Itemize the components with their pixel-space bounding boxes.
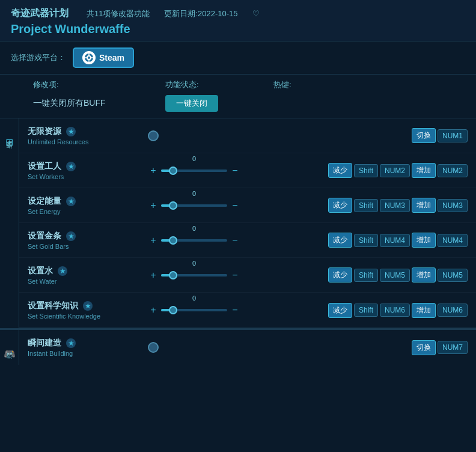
hk-inc-3[interactable]: 增加 (412, 233, 436, 248)
hk-dec-3[interactable]: 减少 (328, 233, 352, 248)
one-key-button[interactable]: 一键关闭 (165, 95, 218, 112)
hotkey-2: 减少 Shift NUM3 增加 NUM3 (328, 198, 468, 213)
entry-unlimited-resources: 无限资源 ★ Unlimited Resources 切换 NUM1 (19, 118, 476, 153)
entry-name-cn-3: 设置金条 (28, 231, 61, 242)
hk-dec-key-4[interactable]: NUM5 (380, 269, 410, 282)
star-icon-5: ★ (83, 301, 93, 311)
sidebar-section1: ⊞ 资源 (0, 118, 19, 328)
hk-key-0[interactable]: NUM1 (438, 129, 468, 142)
hk-inc-key-3[interactable]: NUM4 (438, 234, 468, 247)
slider-minus-1[interactable]: − (230, 165, 240, 176)
entry-name-en-3: Set Gold Bars (28, 243, 148, 250)
star-icon-3: ★ (66, 231, 76, 241)
star-icon-1: ★ (66, 162, 76, 171)
hk-dec-4[interactable]: 减少 (328, 267, 352, 282)
slider-minus-2[interactable]: − (230, 200, 240, 211)
slider-5[interactable]: 0 (161, 304, 227, 316)
hk-shift-3[interactable]: Shift (354, 234, 378, 247)
entry-name-cn-0: 无限资源 (28, 126, 61, 137)
hk-inc-key-5[interactable]: NUM6 (438, 304, 468, 317)
platform-row: 选择游戏平台： Steam (0, 41, 476, 75)
entry-control-3: + 0 − (148, 234, 325, 246)
one-key-row: 一键关闭所有BUFF 一键关闭 (0, 93, 476, 118)
main-content: ⊞ 资源 无限资源 ★ Unlimited Resources 切换 NUM1 (0, 118, 476, 328)
platform-label: 选择游戏平台： (11, 52, 66, 63)
entry-name-cn-5: 设置科学知识 (28, 301, 78, 311)
entry-set-water: 设置水 ★ Set Water + 0 − 减少 Shift (19, 258, 476, 293)
header: 奇迹武器计划 共11项修改器功能 更新日期:2022-10-15 ♡ Proje… (0, 0, 476, 41)
hk-toggle-0[interactable]: 切换 (412, 128, 436, 143)
toggle-circle-6[interactable] (148, 342, 159, 353)
update-date: 更新日期:2022-10-15 (164, 8, 237, 19)
entry-name-en-4: Set Water (28, 278, 148, 285)
hk-inc-2[interactable]: 增加 (412, 198, 436, 213)
hk-toggle-6[interactable]: 切换 (412, 340, 436, 355)
entry-set-energy: 设定能量 ★ Set Energy + 0 − 减少 Shift (19, 188, 476, 223)
hk-shift-4[interactable]: Shift (354, 269, 378, 282)
hotkey-6: 切换 NUM7 (412, 340, 468, 355)
hk-dec-5[interactable]: 减少 (328, 303, 352, 318)
entry-name-en-2: Set Energy (28, 208, 148, 215)
hk-shift-5[interactable]: Shift (354, 304, 378, 317)
entry-name-en-0: Unlimited Resources (28, 138, 148, 145)
th-status: 功能状态: (165, 79, 273, 90)
slider-plus-4[interactable]: + (148, 270, 159, 281)
mod-count: 共11项修改器功能 (87, 8, 150, 19)
hk-inc-4[interactable]: 增加 (412, 267, 436, 282)
entry-control-2: + 0 − (148, 200, 325, 212)
slider-value-3: 0 (192, 225, 196, 232)
entry-control-0 (148, 130, 412, 141)
hk-key-6[interactable]: NUM7 (438, 341, 468, 354)
th-hotkey: 热键: (273, 79, 465, 90)
hk-dec-key-3[interactable]: NUM4 (380, 234, 410, 247)
slider-minus-5[interactable]: − (230, 305, 240, 316)
hk-dec-1[interactable]: 减少 (328, 163, 352, 178)
toggle-circle-0[interactable] (148, 130, 159, 141)
hk-dec-key-5[interactable]: NUM6 (380, 304, 410, 317)
heart-icon[interactable]: ♡ (252, 9, 260, 18)
entries-section2: 瞬间建造 ★ Instant Building 切换 NUM7 (19, 330, 476, 365)
slider-minus-3[interactable]: − (230, 235, 240, 246)
hk-inc-key-1[interactable]: NUM2 (438, 164, 468, 177)
hk-inc-key-4[interactable]: NUM5 (438, 269, 468, 282)
slider-plus-5[interactable]: + (148, 305, 159, 316)
slider-plus-2[interactable]: + (148, 200, 159, 211)
sidebar-section2: 🎮 游 (0, 330, 19, 365)
entry-name-cn-6: 瞬间建造 (28, 338, 61, 349)
bottom-section: 🎮 游 瞬间建造 ★ Instant Building 切换 NUM7 (0, 330, 476, 365)
title-cn: 奇迹武器计划 (11, 7, 69, 20)
hk-shift-2[interactable]: Shift (354, 199, 378, 212)
steam-icon (82, 51, 96, 64)
hotkey-3: 减少 Shift NUM4 增加 NUM4 (328, 233, 468, 248)
hk-dec-key-1[interactable]: NUM2 (380, 164, 410, 177)
sidebar-label-game: 游 (5, 363, 14, 364)
hotkey-4: 减少 Shift NUM5 增加 NUM5 (328, 267, 468, 282)
slider-4[interactable]: 0 (161, 269, 227, 281)
slider-2[interactable]: 0 (161, 200, 227, 212)
steam-button[interactable]: Steam (73, 47, 134, 68)
slider-3[interactable]: 0 (161, 234, 227, 246)
steam-label: Steam (99, 53, 124, 63)
slider-plus-1[interactable]: + (148, 165, 159, 176)
entry-name-en-6: Instant Building (28, 350, 148, 357)
entry-control-6 (148, 342, 412, 353)
hotkey-0: 切换 NUM1 (412, 128, 468, 143)
hotkey-5: 减少 Shift NUM6 增加 NUM6 (328, 303, 468, 318)
entry-name-en-1: Set Workers (28, 173, 148, 180)
entry-instant-building: 瞬间建造 ★ Instant Building 切换 NUM7 (19, 330, 476, 365)
slider-value-5: 0 (192, 295, 196, 302)
hk-dec-2[interactable]: 减少 (328, 198, 352, 213)
hk-shift-1[interactable]: Shift (354, 164, 378, 177)
slider-1[interactable]: 0 (161, 165, 227, 177)
entry-control-4: + 0 − (148, 269, 325, 281)
star-icon-2: ★ (66, 197, 76, 206)
entry-set-workers: 设置工人 ★ Set Workers + 0 − 减少 Shift (19, 153, 476, 188)
hk-inc-5[interactable]: 增加 (412, 303, 436, 318)
hk-dec-key-2[interactable]: NUM3 (380, 199, 410, 212)
hk-inc-key-2[interactable]: NUM3 (438, 199, 468, 212)
entry-name-cn-1: 设置工人 (28, 161, 61, 172)
entry-name-cn-4: 设置水 (28, 266, 53, 276)
slider-plus-3[interactable]: + (148, 235, 159, 246)
hk-inc-1[interactable]: 增加 (412, 163, 436, 178)
slider-minus-4[interactable]: − (230, 270, 240, 281)
